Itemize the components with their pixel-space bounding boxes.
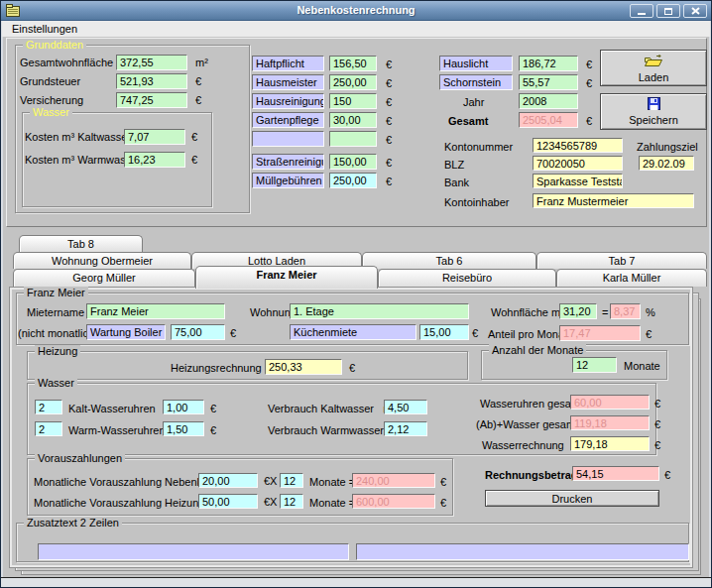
gesamt-unit: € — [586, 115, 592, 128]
cost-value-field[interactable]: 250,00 — [329, 74, 377, 90]
extra2-name-field[interactable]: Küchenmiete — [290, 324, 416, 340]
mietername-field[interactable]: Franz Meier — [86, 303, 225, 319]
group-anzahl-monate-label: Anzahl der Monate — [489, 344, 586, 357]
drucken-button-label: Drucken — [552, 493, 593, 505]
warm-uhren-count-field[interactable]: 2 — [35, 421, 62, 436]
cost-value-field[interactable]: 156,50 — [329, 56, 377, 71]
speichern-button-label: Speichern — [629, 114, 678, 126]
verbrauch-kalt-field[interactable]: 4,50 — [384, 400, 427, 414]
laden-button[interactable]: Laden — [600, 50, 707, 86]
cost-name-field[interactable]: Gartenpflege — [252, 112, 324, 128]
kontonummer-field[interactable]: 1234565789 — [533, 138, 623, 153]
cost-value-field[interactable]: 250,00 — [329, 173, 377, 188]
jahr-field[interactable]: 2008 — [519, 93, 578, 109]
tab-karla-mueller[interactable]: Karla Müller — [556, 269, 707, 287]
maximize-icon[interactable] — [656, 4, 680, 18]
voraus-heizung-monate-field[interactable]: 12 — [280, 494, 303, 509]
voraus-heizung-total-field: 600,00 — [352, 494, 435, 509]
cost-name-field[interactable]: Straßenreinigung — [252, 154, 324, 170]
wohnflaeche-label: Wohnfläche m² — [491, 306, 564, 319]
drucken-button[interactable]: Drucken — [485, 490, 659, 507]
abwasser-unit: € — [654, 418, 660, 431]
wohnung-field[interactable]: 1. Etage — [290, 303, 469, 319]
tab-reisebuero[interactable]: Reisebüro — [378, 269, 556, 287]
rechnungsbetrag-field[interactable]: 54,15 — [572, 466, 659, 481]
voraus-nebenkosten-betrag-field[interactable]: 20,00 — [198, 473, 258, 488]
schornstein-value-field[interactable]: 55,57 — [519, 74, 578, 90]
bank-field[interactable]: Sparkasse Teststadt — [533, 174, 623, 188]
cost-name-field[interactable] — [252, 131, 324, 147]
cost-name-field[interactable]: Hausmeister — [252, 74, 324, 90]
schornstein-name-field[interactable]: Schornstein — [439, 74, 513, 90]
wasserrechnung-unit: € — [654, 439, 660, 452]
verbrauch-warm-field[interactable]: 2,12 — [384, 421, 427, 436]
wasserrechnung-field[interactable]: 179,18 — [570, 436, 650, 451]
hauslicht-value-field[interactable]: 186,72 — [519, 56, 578, 71]
grundsteuer-unit: € — [195, 75, 201, 88]
heizungsrechnung-label: Heizungsrechnung — [171, 362, 262, 375]
kaltwasser-kosten-label: Kosten m³ Kaltwasser — [25, 131, 131, 144]
versicherung-field[interactable]: 747,25 — [116, 92, 187, 108]
tab-franz-meier[interactable]: Franz Meier — [195, 266, 378, 289]
cost-name-field[interactable]: Müllgebühren — [252, 173, 324, 188]
minimize-icon[interactable] — [630, 4, 653, 18]
cost-value-field[interactable]: 150 — [329, 93, 377, 109]
gesamtwohnflaeche-unit: m² — [195, 57, 208, 69]
anzahl-monate-field[interactable]: 12 — [572, 357, 617, 373]
window-controls — [630, 4, 707, 18]
cost-value-field[interactable]: 30,00 — [329, 112, 377, 128]
gesamtwohnflaeche-field[interactable]: 372,55 — [116, 55, 187, 70]
extra1-value-field[interactable]: 75,00 — [171, 324, 225, 340]
kontonummer-label: Kontonummer — [444, 141, 513, 154]
equals-sign: = — [602, 306, 608, 319]
grundsteuer-label: Grundsteuer — [20, 75, 80, 88]
group-zusatztext-label: Zusatztext 2 Zeilen — [24, 517, 122, 529]
zahlungsziel-field[interactable]: 29.02.09 — [639, 156, 694, 171]
voraus-heizung-betrag-field[interactable]: 50,00 — [198, 494, 258, 509]
zusatztext-line1-field[interactable] — [38, 543, 349, 560]
top-panel: Grunddaten Wasser Gesamtwohnfläche 372,5… — [6, 38, 707, 227]
warmwasser-kosten-field[interactable]: 16,23 — [124, 152, 185, 168]
tab-georg-mueller[interactable]: Georg Müller — [13, 269, 195, 287]
open-folder-icon — [644, 54, 663, 69]
extra2-value-field[interactable]: 15,00 — [419, 324, 469, 340]
grundsteuer-field[interactable]: 521,93 — [116, 73, 187, 89]
extra1-name-field[interactable]: Wartung Boiler — [86, 324, 166, 340]
hauslicht-name-field[interactable]: Hauslicht — [439, 56, 513, 71]
heizungsrechnung-field[interactable]: 250,33 — [265, 359, 342, 375]
warm-preis-field[interactable]: 1,50 — [163, 421, 204, 436]
voraus-nebenkosten-unit: € — [440, 476, 446, 489]
anteil-label: Anteil pro Monat — [488, 328, 567, 341]
kalt-preis-field[interactable]: 1,00 — [163, 400, 204, 414]
kaltwasser-kosten-field[interactable]: 7,07 — [124, 129, 185, 145]
cost-name-field[interactable]: Hausreinigung — [252, 93, 324, 109]
tab-tab6[interactable]: Tab 6 — [362, 252, 536, 269]
blz-label: BLZ — [444, 159, 464, 172]
cost-unit: € — [386, 134, 392, 147]
tab-tab8[interactable]: Tab 8 — [19, 235, 143, 252]
kalt-uhren-count-field[interactable]: 2 — [35, 400, 62, 414]
cost-value-field[interactable]: 150,00 — [329, 154, 377, 170]
voraus-nebenkosten-total-field: 240,00 — [352, 473, 435, 488]
voraus-heizung-label: Monatliche Vorauszahlung Heizung — [34, 497, 204, 510]
tab-wohnung-obermeier[interactable]: Wohnung Obermeier — [13, 252, 191, 269]
cost-value-field[interactable] — [329, 131, 377, 147]
tab-tab7[interactable]: Tab 7 — [536, 252, 707, 269]
kontoinhaber-field[interactable]: Franz Mustermeier — [533, 193, 694, 208]
voraus-heizung-unit: € — [440, 497, 446, 510]
cost-name-field[interactable]: Haftpflicht — [252, 56, 324, 71]
speichern-button[interactable]: Speichern — [600, 93, 707, 130]
gesamt-field: 2505,04 — [519, 112, 578, 128]
cost-unit: € — [386, 157, 392, 170]
voraus-heizung-times: €X — [264, 496, 277, 509]
blz-field[interactable]: 70020050 — [533, 156, 623, 171]
cost-unit: € — [386, 59, 392, 71]
voraus-nebenkosten-monate-field[interactable]: 12 — [280, 473, 303, 488]
group-vorauszahlungen-label: Vorauszahlungen — [35, 452, 125, 465]
zusatztext-line2-field[interactable] — [356, 543, 689, 560]
wohnflaeche-field[interactable]: 31,20 — [559, 303, 597, 319]
close-icon[interactable] — [683, 4, 707, 18]
menu-einstellungen[interactable]: Einstellungen — [8, 22, 81, 36]
wasserrechnung-label: Wasserrechnung — [482, 439, 564, 452]
kalt-preis-unit: € — [210, 403, 216, 415]
